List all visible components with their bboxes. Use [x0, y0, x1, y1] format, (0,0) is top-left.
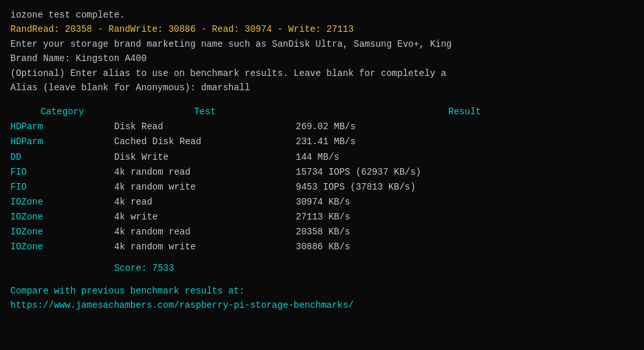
header-section: iozone test complete. RandRead: 20358 - … — [10, 8, 634, 95]
table-cell-result: 231.41 MB/s — [296, 134, 634, 149]
table-row: DDDisk Write144 MB/s — [10, 150, 634, 165]
table-cell-test: 4k write — [114, 210, 296, 225]
table-cell-test: Disk Write — [114, 150, 296, 165]
header-line2: RandRead: 20358 - RandWrite: 30886 - Rea… — [10, 22, 634, 36]
table-cell-result: 144 MB/s — [296, 150, 634, 165]
col-header-category: Category — [10, 106, 114, 117]
table-cell-test: Disk Read — [114, 119, 296, 134]
score-line: Score: 7533 — [10, 261, 634, 275]
header-line1: iozone test complete. — [10, 8, 634, 22]
table-cell-test: 4k random write — [114, 180, 296, 195]
table-cell-category: IOZone — [10, 225, 114, 240]
table-cell-category: FIO — [10, 165, 114, 180]
table-row: FIO4k random write9453 IOPS (37813 KB/s) — [10, 180, 634, 195]
table-cell-category: IOZone — [10, 240, 114, 255]
table-cell-result: 15734 IOPS (62937 KB/s) — [296, 165, 634, 180]
table-row: IOZone4k random read20358 KB/s — [10, 225, 634, 240]
table-cell-result: 30886 KB/s — [296, 240, 634, 255]
table-row: IOZone4k write27113 KB/s — [10, 210, 634, 225]
table-rows-container: HDParmDisk Read269.02 MB/sHDParmCached D… — [10, 119, 634, 255]
table-cell-category: IOZone — [10, 195, 114, 210]
col-header-test: Test — [114, 106, 296, 117]
table-row: HDParmDisk Read269.02 MB/s — [10, 119, 634, 134]
table-cell-category: FIO — [10, 180, 114, 195]
table-cell-category: HDParm — [10, 134, 114, 149]
table-header-row: Category Test Result — [10, 106, 634, 117]
table-row: FIO4k random read15734 IOPS (62937 KB/s) — [10, 165, 634, 180]
table-row: IOZone4k random write30886 KB/s — [10, 240, 634, 255]
table-cell-test: Cached Disk Read — [114, 134, 296, 149]
table-cell-test: 4k random read — [114, 165, 296, 180]
table-cell-result: 269.02 MB/s — [296, 119, 634, 134]
table-cell-test: 4k read — [114, 195, 296, 210]
footer-line2: https://www.jamesachambers.com/raspberry… — [10, 298, 634, 312]
benchmark-table: Category Test Result HDParmDisk Read269.… — [10, 106, 634, 275]
table-cell-test: 4k random read — [114, 225, 296, 240]
header-line5: (Optional) Enter alias to use on benchma… — [10, 66, 634, 81]
table-cell-test: 4k random write — [114, 240, 296, 255]
table-row: IOZone4k read30974 KB/s — [10, 195, 634, 210]
header-line3: Enter your storage brand marketing name … — [10, 37, 634, 51]
table-cell-result: 9453 IOPS (37813 KB/s) — [296, 180, 634, 195]
table-cell-category: IOZone — [10, 210, 114, 225]
table-cell-result: 20358 KB/s — [296, 225, 634, 240]
table-cell-result: 30974 KB/s — [296, 195, 634, 210]
table-cell-category: HDParm — [10, 119, 114, 134]
table-cell-category: DD — [10, 150, 114, 165]
col-header-result: Result — [296, 106, 634, 117]
table-row: HDParmCached Disk Read231.41 MB/s — [10, 134, 634, 149]
table-cell-result: 27113 KB/s — [296, 210, 634, 225]
header-line4: Brand Name: Kingston A400 — [10, 51, 634, 66]
footer-line1: Compare with previous benchmark results … — [10, 284, 634, 298]
header-line6: Alias (leave blank for Anonymous): dmars… — [10, 81, 634, 95]
footer-section: Compare with previous benchmark results … — [10, 284, 634, 313]
